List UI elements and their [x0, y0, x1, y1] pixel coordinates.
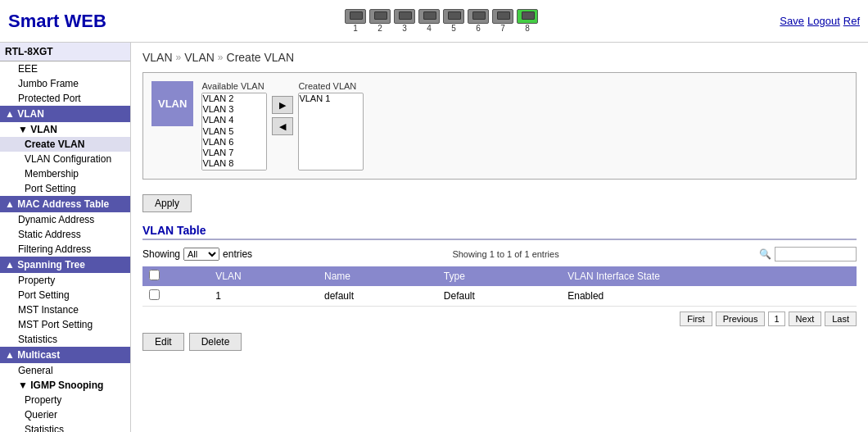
port-6: 6: [468, 9, 489, 33]
table-footer: First Previous 1 Next Last: [142, 311, 857, 326]
vlan-table-section: VLAN Table Showing All102550 entries Sho…: [142, 224, 857, 351]
sidebar-item-static-address-11[interactable]: Static Address: [0, 227, 130, 242]
sidebar-section-spanning-tree[interactable]: ▲ Spanning Tree: [0, 257, 130, 273]
sidebar-item-jumbo-frame-1[interactable]: Jumbo Frame: [0, 76, 130, 91]
content-area: VLAN » VLAN » Create VLAN VLAN Available…: [131, 43, 868, 432]
header: Smart WEB 12345678 Save Logout Ref: [0, 0, 868, 43]
sidebar-item-create-vlan-5[interactable]: Create VLAN: [0, 137, 130, 152]
row-type: Default: [437, 286, 561, 307]
app-title: Smart WEB: [8, 11, 106, 32]
sidebar-section-multicast[interactable]: ▲ Multicast: [0, 347, 130, 363]
port-4: 4: [418, 9, 440, 33]
col-state: VLAN Interface State: [561, 266, 857, 286]
port-5: 5: [443, 9, 464, 33]
created-list-col: Created VLAN VLAN 1: [298, 81, 364, 171]
sidebar-item-statistics-24[interactable]: Statistics: [0, 422, 130, 432]
sidebar-section-vlan[interactable]: ▲ VLAN: [0, 106, 130, 122]
created-label: Created VLAN: [298, 81, 364, 91]
search-input[interactable]: [775, 247, 857, 261]
showing-text: Showing 1 to 1 of 1 entries: [452, 249, 558, 259]
sidebar-item-querier-23[interactable]: Querier: [0, 407, 130, 422]
sidebar-item-protected-port-2[interactable]: Protected Port: [0, 91, 130, 106]
row-checkbox[interactable]: [142, 286, 209, 307]
action-buttons: Edit Delete: [142, 333, 857, 351]
table-header: VLAN Name Type VLAN Interface State: [142, 266, 857, 286]
port-icons: 12345678: [345, 9, 538, 33]
last-button[interactable]: Last: [825, 311, 857, 326]
save-link[interactable]: Save: [780, 15, 804, 27]
row-state: Enabled: [561, 286, 857, 307]
breadcrumb-1: VLAN: [142, 51, 173, 64]
vlan-create-panel: VLAN Available VLAN VLAN 2VLAN 3VLAN 4VL…: [142, 72, 857, 180]
device-title: RTL-8XGT: [0, 43, 130, 61]
move-left-button[interactable]: ◀: [272, 117, 293, 135]
sidebar-item-property-14[interactable]: Property: [0, 273, 130, 288]
table-body: 1 default Default Enabled: [142, 286, 857, 307]
sidebar-item-filtering-address-12[interactable]: Filtering Address: [0, 242, 130, 257]
sidebar-item-port-setting-15[interactable]: Port Setting: [0, 288, 130, 302]
sep1: »: [176, 52, 182, 63]
available-list-col: Available VLAN VLAN 2VLAN 3VLAN 4VLAN 5V…: [201, 81, 267, 171]
col-vlan: VLAN: [209, 266, 318, 286]
vlan-lists: Available VLAN VLAN 2VLAN 3VLAN 4VLAN 5V…: [201, 81, 364, 171]
edit-button[interactable]: Edit: [142, 333, 184, 351]
sidebar-item-eee-0[interactable]: EEE: [0, 61, 130, 76]
breadcrumb-2: VLAN: [184, 51, 215, 64]
logout-link[interactable]: Logout: [807, 15, 840, 27]
sidebar-item-statistics-18[interactable]: Statistics: [0, 332, 130, 347]
col-name: Name: [318, 266, 437, 286]
table-row: 1 default Default Enabled: [142, 286, 857, 307]
entries-select[interactable]: All102550: [183, 248, 219, 261]
breadcrumb: VLAN » VLAN » Create VLAN: [142, 51, 857, 64]
sidebar-item-mst-port-setting-17[interactable]: MST Port Setting: [0, 317, 130, 332]
sep2: »: [218, 52, 224, 63]
showing-label: Showing: [142, 248, 180, 260]
sidebar-section-mac-address-table[interactable]: ▲ MAC Address Table: [0, 196, 130, 212]
sidebar-item-vlan-configuration-6[interactable]: VLAN Configuration: [0, 152, 130, 166]
first-button[interactable]: First: [680, 311, 712, 326]
entries-label: entries: [223, 248, 252, 260]
sidebar-item-port-setting-8[interactable]: Port Setting: [0, 181, 130, 196]
delete-button[interactable]: Delete: [189, 333, 242, 351]
available-label: Available VLAN: [201, 81, 267, 91]
select-all-checkbox[interactable]: [149, 270, 160, 280]
page-number: 1: [768, 311, 784, 326]
vlan-table: VLAN Name Type VLAN Interface State 1 de…: [142, 266, 857, 307]
row-name: default: [318, 286, 437, 307]
move-right-button[interactable]: ▶: [272, 96, 293, 114]
breadcrumb-3: Create VLAN: [227, 51, 294, 64]
sidebar-item-mst-instance-16[interactable]: MST Instance: [0, 302, 130, 317]
sidebar-item-membership-7[interactable]: Membership: [0, 166, 130, 181]
vlan-table-title: VLAN Table: [142, 224, 857, 240]
sidebar: RTL-8XGT EEEJumbo FrameProtected Port▲ V…: [0, 43, 131, 432]
port-8: 8: [517, 9, 538, 33]
port-3: 3: [394, 9, 415, 33]
available-vlan-select[interactable]: VLAN 2VLAN 3VLAN 4VLAN 5VLAN 6VLAN 7VLAN…: [201, 93, 267, 171]
col-type: Type: [437, 266, 561, 286]
sidebar-item-property-22[interactable]: Property: [0, 393, 130, 407]
port-1: 1: [345, 9, 366, 33]
vlan-panel-label: VLAN: [151, 81, 193, 126]
search-icon: 🔍: [759, 248, 771, 260]
row-vlan: 1: [209, 286, 318, 307]
next-button[interactable]: Next: [789, 311, 822, 326]
port-7: 7: [492, 9, 513, 33]
arrow-buttons: ▶ ◀: [272, 96, 293, 135]
row-select[interactable]: [149, 289, 160, 300]
created-vlan-select[interactable]: VLAN 1: [298, 93, 364, 171]
previous-button[interactable]: Previous: [716, 311, 766, 326]
sidebar-item-general-20[interactable]: General: [0, 363, 130, 378]
show-entries: Showing All102550 entries: [142, 248, 252, 261]
header-actions: Save Logout Ref: [776, 15, 860, 27]
table-controls: Showing All102550 entries Showing 1 to 1…: [142, 247, 857, 261]
refresh-link[interactable]: Ref: [843, 15, 860, 27]
sidebar-item-vlan-4[interactable]: ▼ VLAN: [0, 122, 130, 137]
port-2: 2: [369, 9, 391, 33]
main-layout: RTL-8XGT EEEJumbo FrameProtected Port▲ V…: [0, 43, 868, 432]
search-box: 🔍: [759, 247, 857, 261]
sidebar-item-igmp-snooping-21[interactable]: ▼ IGMP Snooping: [0, 378, 130, 393]
col-checkbox: [142, 266, 209, 286]
sidebar-item-dynamic-address-10[interactable]: Dynamic Address: [0, 212, 130, 227]
apply-button[interactable]: Apply: [142, 194, 192, 212]
